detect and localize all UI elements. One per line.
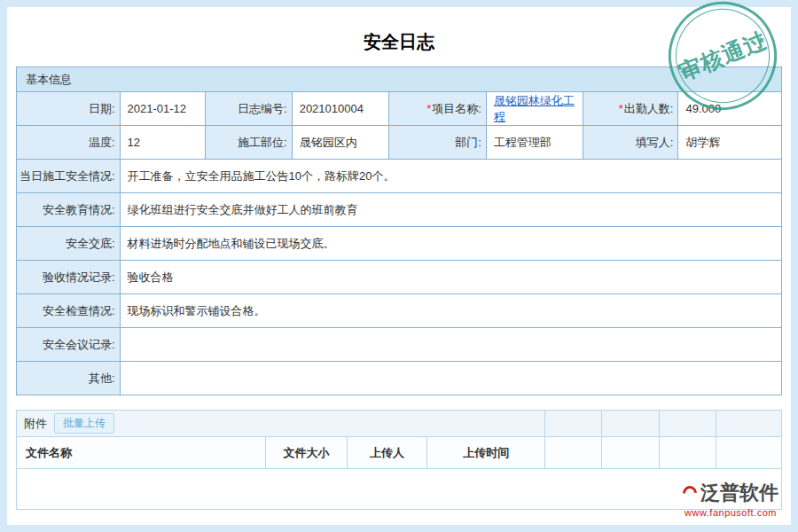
table-row: 验收情况记录: 验收合格 bbox=[17, 261, 782, 294]
project-name-cell: 晟铭园林绿化工程 bbox=[486, 92, 583, 126]
temperature-label: 温度: bbox=[17, 126, 121, 160]
column-header-uploader: 上传人 bbox=[347, 437, 427, 469]
page-title: 安全日志 bbox=[16, 30, 782, 54]
filled-by-value: 胡学辉 bbox=[678, 126, 782, 160]
required-marker: * bbox=[426, 102, 431, 115]
table-row: 安全交底: 材料进场时分配地点和铺设已现场交底。 bbox=[17, 227, 782, 261]
department-label: 部门: bbox=[389, 126, 487, 160]
attendance-value: 49.000 bbox=[678, 92, 782, 126]
attachments-title: 附件 bbox=[24, 416, 47, 432]
logo-swoosh-icon bbox=[680, 483, 700, 504]
vendor-name-text: 泛普软件 bbox=[700, 480, 778, 506]
safety-inspection-value: 现场标识和警示铺设合格。 bbox=[120, 294, 782, 328]
daily-safety-value: 开工准备，立安全用品施工公告10个，路标牌20个。 bbox=[120, 160, 782, 193]
batch-upload-button[interactable]: 批量上传 bbox=[54, 413, 114, 434]
table-row: 当日施工安全情况: 开工准备，立安全用品施工公告10个，路标牌20个。 bbox=[17, 160, 782, 193]
project-name-label: *项目名称: bbox=[389, 92, 487, 126]
attachments-header: 附件 批量上传 bbox=[17, 411, 545, 437]
safety-disclosure-label: 安全交底: bbox=[17, 227, 121, 261]
table-row: 其他: bbox=[17, 362, 782, 395]
acceptance-record-value: 验收合格 bbox=[120, 261, 782, 294]
column-header-empty bbox=[659, 437, 716, 469]
column-header-empty bbox=[545, 437, 602, 469]
attachments-table: 附件 批量上传 文件名称 文件大小 上传人 上传时间 bbox=[16, 410, 782, 510]
safety-disclosure-value: 材料进场时分配地点和铺设已现场交底。 bbox=[120, 227, 782, 261]
log-number-value: 2021010004 bbox=[292, 92, 389, 126]
column-header-empty bbox=[602, 437, 660, 469]
vendor-logo: 泛普软件 www.fanpusoft.com bbox=[683, 480, 778, 518]
attachments-header-spacer bbox=[602, 411, 660, 437]
safety-education-value: 绿化班组进行安全交底并做好工人的班前教育 bbox=[120, 193, 782, 227]
section-header-basic-info: 基本信息 bbox=[17, 67, 782, 92]
construction-site-label: 施工部位: bbox=[206, 126, 293, 160]
table-row: 安全检查情况: 现场标识和警示铺设合格。 bbox=[17, 294, 782, 328]
basic-info-table: 基本信息 日期: 2021-01-12 日志编号: 2021010004 *项目… bbox=[16, 66, 782, 395]
table-row: 安全教育情况: 绿化班组进行安全交底并做好工人的班前教育 bbox=[17, 193, 782, 227]
attachments-header-spacer bbox=[716, 411, 781, 437]
other-value bbox=[120, 362, 782, 395]
attachments-header-spacer bbox=[659, 411, 716, 437]
table-row: 温度: 12 施工部位: 晟铭园区内 部门: 工程管理部 填写人: 胡学辉 bbox=[17, 126, 782, 160]
column-header-upload-time: 上传时间 bbox=[427, 437, 545, 469]
safety-education-label: 安全教育情况: bbox=[17, 193, 121, 227]
table-row: 安全会议记录: bbox=[17, 328, 782, 362]
column-header-file-name: 文件名称 bbox=[17, 437, 266, 469]
other-label: 其他: bbox=[17, 362, 121, 395]
attachments-header-spacer bbox=[545, 411, 602, 437]
temperature-value: 12 bbox=[120, 126, 206, 160]
vendor-name: 泛普软件 bbox=[683, 480, 778, 506]
department-value: 工程管理部 bbox=[486, 126, 583, 160]
table-row bbox=[17, 469, 782, 510]
log-number-label: 日志编号: bbox=[206, 92, 293, 126]
acceptance-record-label: 验收情况记录: bbox=[17, 261, 121, 294]
content-sheet: 安全日志 基本信息 日期: 2021-01-12 日志编号: 202101000… bbox=[7, 7, 791, 525]
table-row: 日期: 2021-01-12 日志编号: 2021010004 *项目名称: 晟… bbox=[17, 92, 782, 126]
filled-by-label: 填写人: bbox=[583, 126, 678, 160]
empty-attachments-row bbox=[17, 469, 782, 510]
vendor-url: www.fanpusoft.com bbox=[683, 507, 778, 518]
construction-site-value: 晟铭园区内 bbox=[292, 126, 389, 160]
safety-meeting-label: 安全会议记录: bbox=[17, 328, 121, 362]
safety-inspection-label: 安全检查情况: bbox=[17, 294, 121, 328]
column-header-file-size: 文件大小 bbox=[266, 437, 347, 469]
date-label: 日期: bbox=[17, 92, 121, 126]
safety-meeting-value bbox=[120, 328, 782, 362]
column-header-empty bbox=[716, 437, 781, 469]
project-name-link[interactable]: 晟铭园林绿化工程 bbox=[494, 94, 575, 123]
daily-safety-label: 当日施工安全情况: bbox=[17, 160, 121, 193]
required-marker: * bbox=[619, 102, 623, 115]
date-value: 2021-01-12 bbox=[120, 92, 206, 126]
attendance-label: *出勤人数: bbox=[583, 92, 678, 126]
